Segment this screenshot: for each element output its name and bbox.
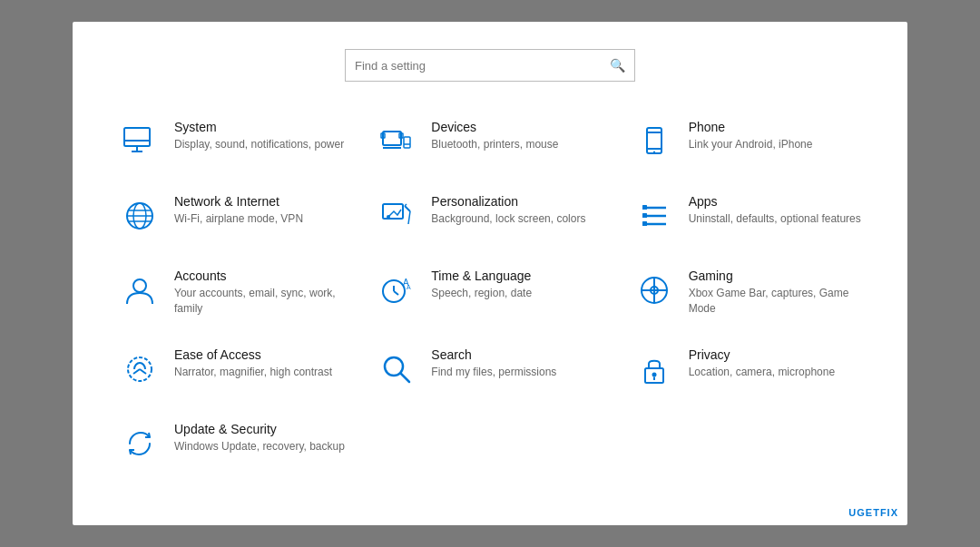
svg-rect-29 — [642, 221, 647, 226]
svg-line-21 — [405, 206, 410, 211]
svg-line-23 — [408, 211, 410, 224]
apps-title: Apps — [689, 194, 861, 209]
search-title: Search — [431, 347, 556, 362]
setting-item-network[interactable]: Network & Internet Wi-Fi, airplane mode,… — [109, 183, 357, 249]
setting-item-system[interactable]: System Display, sound, notifications, po… — [109, 109, 357, 174]
search-icon: 🔍 — [610, 58, 625, 73]
setting-item-phone[interactable]: Phone Link your Android, iPhone — [623, 109, 871, 174]
setting-item-gaming[interactable]: Gaming Xbox Game Bar, captures, Game Mod… — [623, 258, 871, 327]
search-text: Search Find my files, permissions — [431, 347, 556, 380]
svg-line-44 — [401, 373, 410, 382]
setting-item-search[interactable]: Search Find my files, permissions — [366, 337, 613, 402]
settings-window: 🔍 System Display, sound, notifications, … — [73, 22, 907, 525]
svg-point-30 — [133, 279, 146, 292]
svg-point-46 — [652, 372, 656, 376]
svg-text:A: A — [407, 284, 411, 290]
svg-rect-27 — [642, 205, 647, 210]
setting-item-devices[interactable]: Devices Bluetooth, printers, mouse — [366, 109, 613, 174]
apps-icon — [632, 194, 676, 238]
ease-title: Ease of Access — [174, 347, 332, 362]
system-subtitle: Display, sound, notifications, power — [174, 137, 344, 152]
setting-item-privacy[interactable]: Privacy Location, camera, microphone — [623, 337, 871, 402]
svg-line-42 — [140, 369, 146, 374]
search-subtitle: Find my files, permissions — [431, 365, 556, 380]
system-text: System Display, sound, notifications, po… — [174, 120, 344, 152]
privacy-icon — [632, 347, 676, 391]
privacy-subtitle: Location, camera, microphone — [689, 365, 835, 380]
setting-item-accounts[interactable]: Accounts Your accounts, email, sync, wor… — [109, 258, 357, 327]
search-bar[interactable]: 🔍 — [345, 49, 635, 82]
apps-subtitle: Uninstall, defaults, optional features — [689, 211, 861, 227]
network-icon — [118, 194, 162, 238]
personalization-text: Personalization Background, lock screen,… — [431, 194, 585, 227]
setting-item-time[interactable]: A A Time & Language Speech, region, date — [366, 258, 613, 327]
setting-item-update[interactable]: Update & Security Windows Update, recove… — [109, 411, 357, 476]
accounts-title: Accounts — [174, 269, 348, 283]
svg-rect-28 — [642, 213, 647, 218]
time-icon: A A — [375, 269, 418, 312]
time-text: Time & Language Speech, region, date — [431, 269, 532, 301]
ease-subtitle: Narrator, magnifier, high contrast — [174, 365, 332, 380]
svg-line-22 — [405, 204, 407, 206]
svg-point-20 — [387, 215, 390, 219]
svg-line-33 — [394, 291, 398, 295]
time-title: Time & Language — [431, 269, 532, 283]
devices-text: Devices Bluetooth, printers, mouse — [431, 120, 558, 152]
privacy-text: Privacy Location, camera, microphone — [689, 347, 835, 380]
svg-rect-8 — [404, 137, 410, 148]
devices-subtitle: Bluetooth, printers, mouse — [431, 137, 558, 152]
gaming-subtitle: Xbox Game Bar, captures, Game Mode — [689, 286, 862, 317]
svg-rect-4 — [383, 132, 401, 145]
setting-item-apps[interactable]: Apps Uninstall, defaults, optional featu… — [623, 183, 871, 249]
svg-rect-0 — [124, 128, 150, 146]
devices-title: Devices — [431, 120, 558, 134]
update-icon — [118, 422, 162, 465]
search-setting-icon — [375, 347, 418, 391]
update-text: Update & Security Windows Update, recove… — [174, 422, 345, 454]
phone-subtitle: Link your Android, iPhone — [689, 137, 813, 152]
network-subtitle: Wi-Fi, airplane mode, VPN — [174, 211, 303, 227]
setting-item-ease[interactable]: Ease of Access Narrator, magnifier, high… — [109, 337, 357, 402]
network-title: Network & Internet — [174, 194, 303, 209]
svg-line-41 — [133, 369, 140, 374]
search-input[interactable] — [355, 59, 610, 73]
gaming-title: Gaming — [689, 269, 862, 283]
ease-text: Ease of Access Narrator, magnifier, high… — [174, 347, 332, 380]
personalization-subtitle: Background, lock screen, colors — [431, 211, 585, 227]
update-title: Update & Security — [174, 422, 345, 436]
watermark: UGETFIX — [848, 507, 898, 518]
gaming-icon — [632, 269, 676, 312]
ease-icon — [118, 347, 162, 391]
system-title: System — [174, 120, 344, 134]
accounts-text: Accounts Your accounts, email, sync, wor… — [174, 269, 348, 317]
privacy-title: Privacy — [689, 347, 835, 362]
apps-text: Apps Uninstall, defaults, optional featu… — [689, 194, 861, 227]
svg-point-13 — [653, 151, 655, 153]
update-subtitle: Windows Update, recovery, backup — [174, 439, 345, 454]
phone-title: Phone — [689, 120, 813, 134]
accounts-subtitle: Your accounts, email, sync, work, family — [174, 286, 348, 317]
devices-icon — [375, 120, 418, 163]
phone-icon — [632, 120, 676, 163]
accounts-icon — [118, 269, 162, 312]
phone-text: Phone Link your Android, iPhone — [689, 120, 813, 152]
system-icon — [118, 120, 162, 163]
setting-item-personalization[interactable]: Personalization Background, lock screen,… — [366, 183, 613, 249]
personalization-icon — [375, 194, 418, 238]
gaming-text: Gaming Xbox Game Bar, captures, Game Mod… — [689, 269, 862, 317]
time-subtitle: Speech, region, date — [431, 286, 532, 301]
network-text: Network & Internet Wi-Fi, airplane mode,… — [174, 194, 303, 227]
settings-grid: System Display, sound, notifications, po… — [109, 109, 871, 476]
personalization-title: Personalization — [431, 194, 585, 209]
